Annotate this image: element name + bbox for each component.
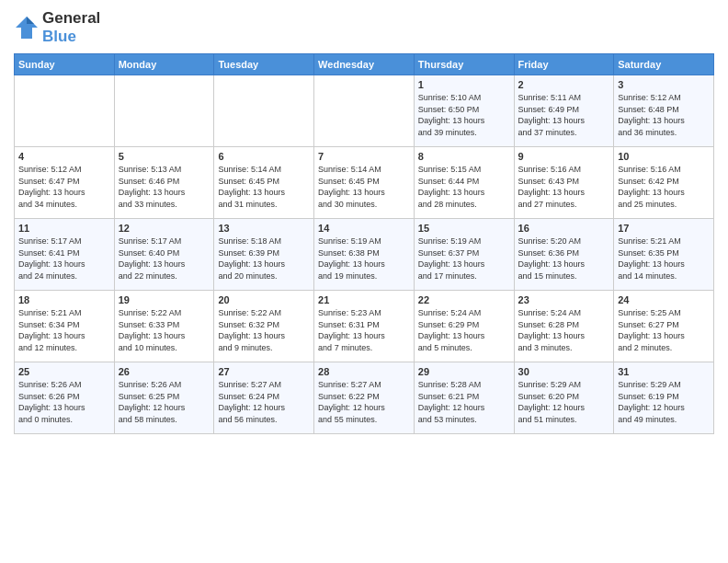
calendar-cell: 10Sunrise: 5:16 AM Sunset: 6:42 PM Dayli… [614,147,714,219]
day-number: 28 [318,366,410,377]
day-number: 30 [518,366,610,377]
day-info: Sunrise: 5:29 AM Sunset: 6:19 PM Dayligh… [618,379,710,425]
day-number: 31 [618,366,710,377]
logo-text: General Blue [42,9,100,46]
calendar-cell: 29Sunrise: 5:28 AM Sunset: 6:21 PM Dayli… [414,362,514,434]
day-info: Sunrise: 5:19 AM Sunset: 6:38 PM Dayligh… [318,236,410,282]
day-info: Sunrise: 5:14 AM Sunset: 6:45 PM Dayligh… [318,164,410,210]
day-info: Sunrise: 5:13 AM Sunset: 6:46 PM Dayligh… [119,164,210,210]
calendar-cell: 19Sunrise: 5:22 AM Sunset: 6:33 PM Dayli… [114,291,214,362]
day-info: Sunrise: 5:21 AM Sunset: 6:35 PM Dayligh… [618,236,710,282]
day-number: 29 [418,366,510,377]
day-info: Sunrise: 5:18 AM Sunset: 6:39 PM Dayligh… [218,236,310,282]
day-info: Sunrise: 5:22 AM Sunset: 6:33 PM Dayligh… [119,307,210,353]
day-info: Sunrise: 5:17 AM Sunset: 6:40 PM Dayligh… [119,236,210,282]
calendar-cell [15,75,115,147]
day-info: Sunrise: 5:27 AM Sunset: 6:22 PM Dayligh… [318,379,410,425]
day-info: Sunrise: 5:22 AM Sunset: 6:32 PM Dayligh… [218,307,310,353]
calendar-cell: 26Sunrise: 5:26 AM Sunset: 6:25 PM Dayli… [114,362,214,434]
day-number: 22 [418,294,510,305]
day-info: Sunrise: 5:29 AM Sunset: 6:20 PM Dayligh… [518,379,610,425]
day-number: 18 [18,294,110,305]
calendar-cell [314,75,415,147]
day-info: Sunrise: 5:17 AM Sunset: 6:41 PM Dayligh… [18,236,110,282]
day-number: 16 [518,223,610,234]
day-info: Sunrise: 5:10 AM Sunset: 6:50 PM Dayligh… [418,92,510,138]
day-number: 4 [18,151,110,162]
calendar-cell: 11Sunrise: 5:17 AM Sunset: 6:41 PM Dayli… [15,219,115,291]
day-info: Sunrise: 5:23 AM Sunset: 6:31 PM Dayligh… [318,307,410,353]
day-info: Sunrise: 5:12 AM Sunset: 6:48 PM Dayligh… [618,92,710,138]
day-info: Sunrise: 5:27 AM Sunset: 6:24 PM Dayligh… [218,379,310,425]
calendar-cell: 27Sunrise: 5:27 AM Sunset: 6:24 PM Dayli… [214,362,314,434]
day-number: 26 [119,366,210,377]
calendar-cell: 22Sunrise: 5:24 AM Sunset: 6:29 PM Dayli… [414,291,514,362]
calendar-cell: 2Sunrise: 5:11 AM Sunset: 6:49 PM Daylig… [514,75,614,147]
page-header: General Blue [14,9,714,46]
calendar-cell: 1Sunrise: 5:10 AM Sunset: 6:50 PM Daylig… [414,75,514,147]
day-info: Sunrise: 5:12 AM Sunset: 6:47 PM Dayligh… [18,164,110,210]
svg-marker-1 [27,17,34,24]
day-info: Sunrise: 5:16 AM Sunset: 6:43 PM Dayligh… [518,164,610,210]
calendar-cell: 28Sunrise: 5:27 AM Sunset: 6:22 PM Dayli… [314,362,415,434]
calendar-cell: 25Sunrise: 5:26 AM Sunset: 6:26 PM Dayli… [15,362,115,434]
day-info: Sunrise: 5:24 AM Sunset: 6:28 PM Dayligh… [518,307,610,353]
calendar-cell [114,75,214,147]
day-info: Sunrise: 5:16 AM Sunset: 6:42 PM Dayligh… [618,164,710,210]
logo-icon [14,15,40,40]
day-number: 8 [418,151,510,162]
logo: General Blue [14,9,100,46]
calendar-cell: 12Sunrise: 5:17 AM Sunset: 6:40 PM Dayli… [114,219,214,291]
day-number: 3 [618,79,710,90]
day-number: 2 [518,79,610,90]
day-number: 6 [218,151,310,162]
day-info: Sunrise: 5:21 AM Sunset: 6:34 PM Dayligh… [18,307,110,353]
calendar-cell: 15Sunrise: 5:19 AM Sunset: 6:37 PM Dayli… [414,219,514,291]
page-container: General Blue SundayMondayTuesdayWednesda… [0,0,728,443]
weekday-header-tuesday: Tuesday [214,54,314,75]
day-number: 14 [318,223,410,234]
day-number: 24 [618,294,710,305]
weekday-header-sunday: Sunday [15,54,115,75]
calendar-cell: 30Sunrise: 5:29 AM Sunset: 6:20 PM Dayli… [514,362,614,434]
day-number: 17 [618,223,710,234]
weekday-header-saturday: Saturday [614,54,714,75]
calendar-cell: 8Sunrise: 5:15 AM Sunset: 6:44 PM Daylig… [414,147,514,219]
day-info: Sunrise: 5:14 AM Sunset: 6:45 PM Dayligh… [218,164,310,210]
day-info: Sunrise: 5:28 AM Sunset: 6:21 PM Dayligh… [418,379,510,425]
weekday-header-monday: Monday [114,54,214,75]
calendar-week-row: 11Sunrise: 5:17 AM Sunset: 6:41 PM Dayli… [15,219,714,291]
weekday-header-friday: Friday [514,54,614,75]
calendar-week-row: 4Sunrise: 5:12 AM Sunset: 6:47 PM Daylig… [15,147,714,219]
calendar-cell: 6Sunrise: 5:14 AM Sunset: 6:45 PM Daylig… [214,147,314,219]
calendar-cell [214,75,314,147]
day-number: 13 [218,223,310,234]
day-info: Sunrise: 5:15 AM Sunset: 6:44 PM Dayligh… [418,164,510,210]
calendar-table: SundayMondayTuesdayWednesdayThursdayFrid… [14,53,714,434]
calendar-week-row: 1Sunrise: 5:10 AM Sunset: 6:50 PM Daylig… [15,75,714,147]
day-info: Sunrise: 5:19 AM Sunset: 6:37 PM Dayligh… [418,236,510,282]
calendar-cell: 5Sunrise: 5:13 AM Sunset: 6:46 PM Daylig… [114,147,214,219]
day-number: 19 [119,294,210,305]
day-number: 12 [119,223,210,234]
calendar-cell: 17Sunrise: 5:21 AM Sunset: 6:35 PM Dayli… [614,219,714,291]
calendar-cell: 16Sunrise: 5:20 AM Sunset: 6:36 PM Dayli… [514,219,614,291]
day-number: 25 [18,366,110,377]
day-number: 10 [618,151,710,162]
calendar-cell: 4Sunrise: 5:12 AM Sunset: 6:47 PM Daylig… [15,147,115,219]
day-info: Sunrise: 5:26 AM Sunset: 6:26 PM Dayligh… [18,379,110,425]
calendar-cell: 7Sunrise: 5:14 AM Sunset: 6:45 PM Daylig… [314,147,415,219]
day-number: 7 [318,151,410,162]
day-info: Sunrise: 5:20 AM Sunset: 6:36 PM Dayligh… [518,236,610,282]
day-number: 1 [418,79,510,90]
day-info: Sunrise: 5:26 AM Sunset: 6:25 PM Dayligh… [119,379,210,425]
calendar-cell: 23Sunrise: 5:24 AM Sunset: 6:28 PM Dayli… [514,291,614,362]
calendar-cell: 31Sunrise: 5:29 AM Sunset: 6:19 PM Dayli… [614,362,714,434]
calendar-cell: 18Sunrise: 5:21 AM Sunset: 6:34 PM Dayli… [15,291,115,362]
day-number: 21 [318,294,410,305]
weekday-header-wednesday: Wednesday [314,54,415,75]
calendar-cell: 9Sunrise: 5:16 AM Sunset: 6:43 PM Daylig… [514,147,614,219]
calendar-cell: 3Sunrise: 5:12 AM Sunset: 6:48 PM Daylig… [614,75,714,147]
day-number: 20 [218,294,310,305]
day-number: 5 [119,151,210,162]
